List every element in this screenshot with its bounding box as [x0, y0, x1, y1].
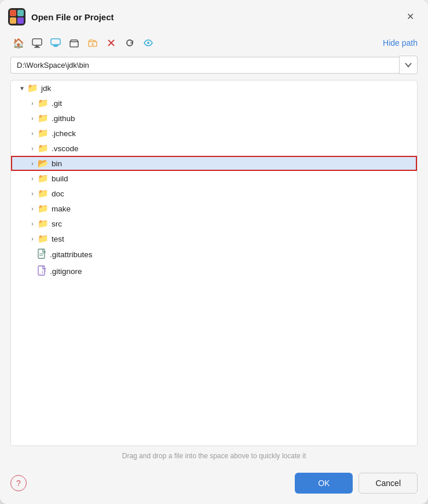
drag-drop-hint: Drag and drop a file into the space abov…	[0, 446, 428, 465]
file-tree[interactable]: ▼ 📁 jdk › 📁 .git › 📁 .github › 📁 .jcheck	[10, 80, 418, 446]
tree-node-bin[interactable]: › 📂 bin	[11, 156, 417, 171]
network-svg	[69, 38, 79, 48]
chevron-icon-jdk: ▼	[17, 85, 27, 92]
desktop-icon[interactable]	[29, 35, 45, 51]
chevron-icon-test: ›	[27, 236, 38, 242]
dialog-title: Open File or Project	[31, 12, 114, 22]
tree-node-make[interactable]: › 📁 make	[11, 201, 417, 216]
delete-icon[interactable]	[103, 35, 119, 51]
action-buttons: OK Cancel	[295, 473, 418, 494]
refresh-svg	[125, 38, 135, 48]
tree-node-label-test: test	[52, 235, 64, 243]
folder-add-icon[interactable]	[85, 35, 101, 51]
eye-svg	[143, 38, 153, 48]
tree-node-label-src: src	[52, 220, 62, 228]
folder-jdk-icon: 📁	[27, 83, 38, 93]
tree-node-label-vscode: .vscode	[52, 144, 79, 153]
monitor-svg	[50, 38, 61, 48]
tree-node-label-jdk: jdk	[41, 84, 51, 93]
path-input[interactable]	[10, 57, 399, 74]
tree-node-label-doc: doc	[52, 189, 64, 198]
tree-node-label-bin: bin	[52, 159, 62, 168]
folder-build-icon: 📁	[38, 173, 49, 184]
footer: ? OK Cancel	[0, 465, 428, 504]
tree-node-vscode[interactable]: › 📁 .vscode	[11, 141, 417, 156]
folder-src-icon: 📁	[38, 218, 49, 229]
chevron-icon-bin: ›	[27, 160, 38, 167]
chevron-icon-make: ›	[27, 206, 38, 212]
hide-path-button[interactable]: Hide path	[383, 38, 418, 48]
tree-node-github[interactable]: › 📁 .github	[11, 111, 417, 126]
folder-github-icon: 📁	[38, 113, 49, 123]
svg-rect-6	[35, 46, 39, 47]
svg-rect-5	[32, 39, 42, 45]
folder-vscode-icon: 📁	[38, 143, 49, 154]
path-row	[0, 56, 428, 80]
app-icon	[8, 8, 25, 25]
svg-rect-8	[51, 39, 60, 45]
folder-bin-icon: 📂	[38, 158, 49, 169]
svg-point-15	[147, 42, 149, 44]
tree-node-jcheck[interactable]: › 📁 .jcheck	[11, 126, 417, 141]
chevron-icon-build: ›	[27, 176, 38, 182]
tree-node-jdk[interactable]: ▼ 📁 jdk	[11, 81, 417, 96]
desktop-svg	[32, 38, 42, 48]
tree-node-test[interactable]: › 📁 test	[11, 231, 417, 246]
ok-button[interactable]: OK	[295, 473, 353, 494]
tree-node-label-git: .git	[52, 99, 62, 108]
chevron-icon-doc: ›	[27, 191, 38, 197]
eye-icon[interactable]	[140, 35, 156, 51]
refresh-icon[interactable]	[122, 35, 138, 51]
svg-rect-9	[53, 45, 58, 46]
svg-rect-2	[17, 10, 24, 16]
monitor-icon[interactable]	[47, 35, 64, 51]
dropdown-chevron-icon	[404, 61, 412, 69]
svg-text:.i*: .i*	[39, 270, 46, 275]
tree-node-label-build: build	[52, 174, 68, 183]
tree-node-build[interactable]: › 📁 build	[11, 171, 417, 186]
tree-node-git[interactable]: › 📁 .git	[11, 96, 417, 111]
title-left: Open File or Project	[8, 8, 114, 25]
folder-add-svg	[87, 38, 98, 48]
tree-node-doc[interactable]: › 📁 doc	[11, 186, 417, 201]
home-icon[interactable]: 🏠	[10, 35, 27, 51]
chevron-icon-src: ›	[27, 221, 38, 227]
tree-node-label-github: .github	[52, 114, 75, 123]
svg-rect-3	[10, 17, 16, 24]
chevron-icon-git: ›	[27, 100, 38, 107]
toolbar: 🏠	[0, 31, 428, 56]
chevron-icon-vscode: ›	[27, 145, 38, 152]
chevron-icon-github: ›	[27, 115, 38, 122]
tree-node-gitattributes[interactable]: .gitattributes	[11, 246, 417, 263]
file-git-svg: .i*	[38, 265, 47, 276]
tree-node-label-jcheck: .jcheck	[52, 129, 76, 138]
folder-doc-icon: 📁	[38, 188, 49, 199]
folder-make-icon: 📁	[38, 203, 49, 214]
path-dropdown[interactable]	[399, 56, 418, 74]
file-svg	[38, 249, 47, 259]
folder-git-icon: 📁	[38, 98, 49, 108]
folder-jcheck-icon: 📁	[38, 128, 49, 138]
svg-rect-4	[17, 17, 24, 24]
svg-rect-7	[34, 47, 40, 48]
tree-node-label-gitattributes: .gitattributes	[50, 250, 93, 259]
folder-test-icon: 📁	[38, 233, 49, 244]
cancel-button[interactable]: Cancel	[359, 473, 418, 494]
svg-rect-1	[10, 10, 16, 16]
file-gitattributes-icon	[38, 249, 47, 261]
svg-rect-10	[54, 46, 57, 48]
delete-svg	[106, 38, 116, 48]
title-bar: Open File or Project ✕	[0, 0, 428, 31]
open-file-dialog: Open File or Project ✕ 🏠	[0, 0, 428, 504]
tree-node-src[interactable]: › 📁 src	[11, 216, 417, 231]
close-button[interactable]: ✕	[403, 11, 418, 23]
tree-node-label-gitignore: .gitignore	[50, 267, 82, 276]
help-button[interactable]: ?	[10, 475, 27, 491]
file-gitignore-icon: .i*	[38, 265, 47, 277]
tree-node-gitignore[interactable]: .i* .gitignore	[11, 263, 417, 280]
tree-node-label-make: make	[52, 204, 71, 213]
chevron-icon-jcheck: ›	[27, 130, 38, 137]
folder-network-icon[interactable]	[66, 35, 82, 51]
